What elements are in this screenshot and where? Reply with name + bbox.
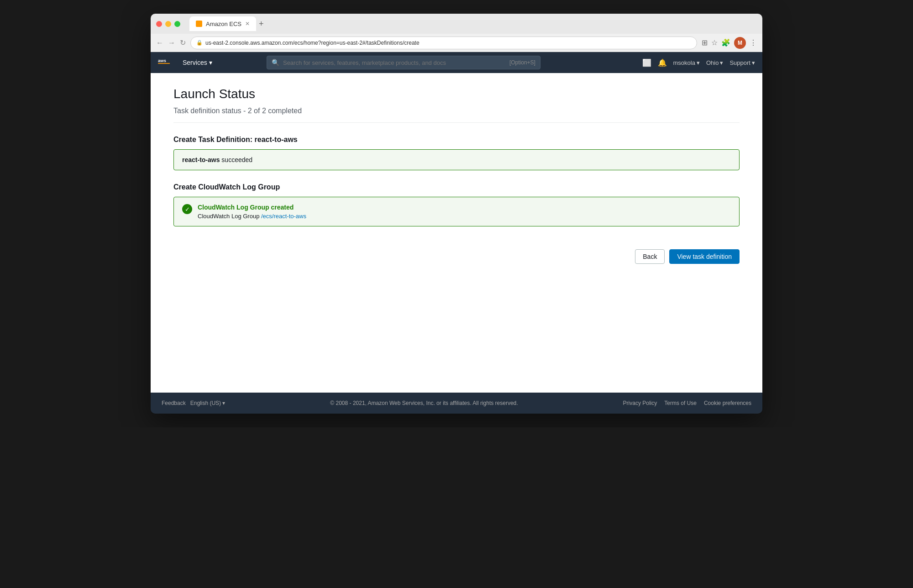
services-menu-button[interactable]: Services ▾ [183, 59, 212, 66]
console-icon[interactable]: ⬜ [642, 58, 651, 67]
task-status-box: react-to-aws succeeded [173, 149, 740, 170]
refresh-button[interactable]: ↻ [180, 38, 186, 47]
cloudwatch-status-content: ✓ CloudWatch Log Group created CloudWatc… [182, 204, 731, 220]
section2-title: Create CloudWatch Log Group [173, 183, 740, 191]
apps-icon[interactable]: ⊞ [702, 38, 708, 47]
user-menu-button[interactable]: msokola ▾ [673, 59, 700, 66]
privacy-policy-link[interactable]: Privacy Policy [623, 400, 657, 406]
tab-favicon [196, 21, 202, 27]
footer-copyright: © 2008 - 2021, Amazon Web Services, Inc.… [232, 400, 615, 406]
minimize-dot[interactable] [165, 21, 171, 27]
aws-nav-right: ⬜ 🔔 msokola ▾ Ohio ▾ Support ▾ [642, 58, 755, 67]
user-chevron-icon: ▾ [697, 59, 700, 66]
tab-close-button[interactable]: ✕ [245, 21, 250, 27]
task-status-text: react-to-aws succeeded [182, 156, 731, 163]
new-tab-button[interactable]: + [259, 19, 264, 29]
url-text: us-east-2.console.aws.amazon.com/ecs/hom… [205, 40, 420, 46]
terms-of-use-link[interactable]: Terms of Use [664, 400, 697, 406]
cloudwatch-details: CloudWatch Log Group created CloudWatch … [198, 204, 306, 220]
svg-rect-1 [158, 63, 170, 64]
services-label: Services [183, 59, 207, 66]
view-task-definition-button[interactable]: View task definition [669, 249, 740, 264]
extensions-icon[interactable]: 🧩 [721, 38, 730, 47]
search-input[interactable] [283, 59, 506, 66]
maximize-dot[interactable] [174, 21, 180, 27]
region-menu-button[interactable]: Ohio ▾ [706, 59, 723, 66]
support-chevron-icon: ▾ [752, 59, 755, 66]
cloudwatch-status-box: ✓ CloudWatch Log Group created CloudWatc… [173, 197, 740, 226]
success-icon: ✓ [182, 204, 192, 214]
tab-title: Amazon ECS [206, 21, 241, 27]
menu-icon[interactable]: ⋮ [750, 38, 757, 47]
region-chevron-icon: ▾ [720, 59, 723, 66]
address-bar[interactable]: 🔒 us-east-2.console.aws.amazon.com/ecs/h… [190, 37, 697, 49]
aws-search-bar[interactable]: 🔍 [Option+S] [267, 56, 540, 69]
language-selector[interactable]: English (US) ▾ [190, 400, 226, 406]
aws-logo[interactable]: aws [158, 57, 175, 68]
page-subtitle: Task definition status - 2 of 2 complete… [173, 107, 740, 123]
bookmark-icon[interactable]: ☆ [711, 38, 718, 47]
page-title: Launch Status [173, 87, 740, 101]
action-buttons: Back View task definition [173, 240, 740, 264]
lock-icon: 🔒 [196, 40, 203, 46]
cloudwatch-created-title: CloudWatch Log Group created [198, 204, 306, 211]
cookie-preferences-link[interactable]: Cookie preferences [704, 400, 751, 406]
close-dot[interactable] [156, 21, 162, 27]
services-chevron-icon: ▾ [209, 59, 212, 66]
main-content: Launch Status Task definition status - 2… [151, 73, 762, 393]
cloudwatch-log-group-link[interactable]: /ecs/react-to-aws [261, 213, 306, 220]
task-name: react-to-aws [182, 156, 220, 163]
back-button[interactable]: ← [156, 39, 163, 47]
back-button[interactable]: Back [635, 249, 665, 264]
svg-text:aws: aws [158, 58, 166, 63]
footer-right: Privacy Policy Terms of Use Cookie prefe… [623, 400, 751, 406]
section1-title: Create Task Definition: react-to-aws [173, 136, 740, 144]
aws-navbar: aws Services ▾ 🔍 [Option+S] ⬜ 🔔 msokola … [151, 52, 762, 73]
bell-icon[interactable]: 🔔 [658, 58, 667, 67]
aws-footer: Feedback English (US) ▾ © 2008 - 2021, A… [151, 393, 762, 414]
cloudwatch-log-group-label: CloudWatch Log Group [198, 213, 259, 220]
feedback-link[interactable]: Feedback [162, 400, 186, 406]
cloudwatch-log-group-detail: CloudWatch Log Group /ecs/react-to-aws [198, 213, 306, 220]
search-shortcut: [Option+S] [509, 59, 535, 66]
browser-avatar[interactable]: M [734, 37, 746, 49]
language-chevron-icon: ▾ [222, 400, 225, 406]
support-menu-button[interactable]: Support ▾ [729, 59, 755, 66]
search-icon: 🔍 [272, 59, 279, 66]
browser-tab[interactable]: Amazon ECS ✕ [189, 16, 256, 31]
task-status-value: succeeded [221, 156, 252, 163]
forward-button[interactable]: → [168, 39, 175, 47]
footer-left: Feedback English (US) ▾ [162, 400, 225, 406]
